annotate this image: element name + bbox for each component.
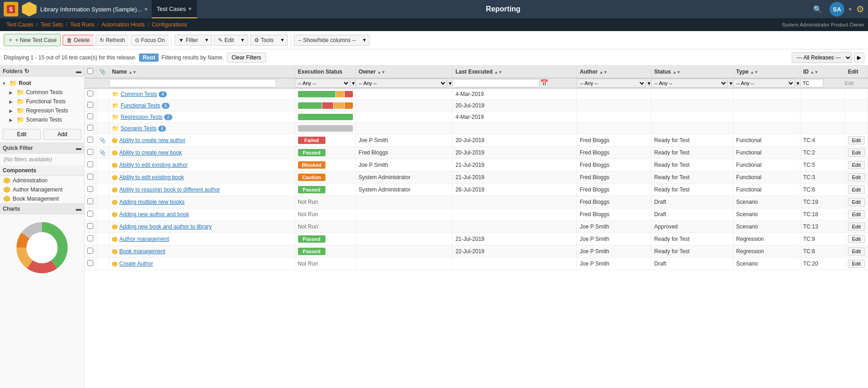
logo-square[interactable]: S (4, 2, 18, 16)
th-id[interactable]: ID ▲▼ (800, 66, 845, 78)
row-edit-button[interactable]: Edit (848, 161, 865, 169)
test-name-link[interactable]: Ability to edit existing book (119, 174, 184, 181)
focus-button[interactable]: ⊙ Focus On (131, 35, 169, 46)
id-filter-input[interactable] (800, 79, 823, 87)
filter-dropdown-button[interactable]: ▼ (202, 35, 212, 46)
row-checkbox[interactable] (87, 211, 93, 217)
subnav-automationhosts[interactable]: Automation Hosts (99, 21, 148, 28)
releases-dropdown[interactable]: --- All Releases --- (792, 52, 852, 63)
gear-icon[interactable]: ⚙ (856, 4, 864, 15)
row-edit-button[interactable]: Edit (848, 260, 865, 268)
row-checkbox[interactable] (87, 223, 93, 229)
folders-collapse-icon[interactable]: ▬ (76, 68, 81, 74)
logo-hex[interactable] (22, 2, 37, 16)
folder-functional-tests[interactable]: ▶ 📁 Functional Tests (0, 97, 84, 106)
tools-dropdown-button[interactable]: ▼ (277, 35, 288, 46)
folder-common-tests[interactable]: ▶ 📁 Common Tests (0, 88, 84, 97)
th-owner[interactable]: Owner ▲▼ (356, 66, 453, 78)
author-filter[interactable]: -- Any -- (577, 79, 646, 88)
row-checkbox[interactable] (87, 186, 93, 192)
component-book-management[interactable]: Book Management (0, 194, 84, 203)
app-title[interactable]: Library Information System (Sample)... ▼ (40, 6, 148, 13)
name-filter-input[interactable] (109, 79, 277, 87)
owner-filter[interactable]: -- Any -- (356, 79, 447, 88)
filter-button[interactable]: ▼ Filter (175, 35, 202, 46)
row-checkbox[interactable] (87, 248, 93, 254)
select-all-checkbox[interactable] (87, 68, 93, 74)
status-filter[interactable]: -- Any -- (651, 79, 728, 88)
test-name-link[interactable]: Adding multiple new books (119, 199, 185, 205)
folders-refresh-icon[interactable]: ↻ (24, 68, 29, 74)
test-name-link[interactable]: Ability to create new book (119, 149, 182, 156)
edit-dropdown-button[interactable]: ▼ (238, 35, 248, 46)
test-name-link[interactable]: Author management (119, 236, 169, 242)
row-checkbox[interactable] (87, 174, 93, 180)
edit-button[interactable]: ✎ Edit (214, 35, 238, 46)
calendar-icon[interactable]: 📅 (540, 79, 548, 87)
folder-scenario-tests[interactable]: ▶ 📁 Scenario Tests (0, 115, 84, 124)
refresh-button[interactable]: ↻ Refresh (96, 35, 129, 46)
row-edit-button[interactable]: Edit (848, 223, 865, 231)
row-checkbox[interactable] (87, 235, 93, 241)
folder-edit-button[interactable]: Edit (3, 129, 41, 140)
row-edit-button[interactable]: Edit (848, 198, 865, 206)
row-edit-button[interactable]: Edit (848, 247, 865, 255)
exec-status-filter[interactable]: -- Any -- (295, 79, 350, 88)
component-administration[interactable]: Administration (0, 176, 84, 185)
test-name-link[interactable]: Ability to reassign book to different au… (119, 186, 220, 193)
folder-regression-tests[interactable]: ▶ 📁 Regression Tests (0, 106, 84, 115)
type-filter[interactable]: -- Any -- (733, 79, 795, 88)
nav-tab-testcases[interactable]: Test Cases ▼ (152, 0, 197, 18)
columns-button[interactable]: -- Show/hide columns -- (294, 35, 360, 46)
folder-name-link[interactable]: Common Tests (121, 91, 157, 97)
test-name-link[interactable]: Ability to edit existing author (119, 162, 187, 168)
th-status[interactable]: Status ▲▼ (651, 66, 733, 78)
th-name[interactable]: Name ▲▼ (109, 66, 295, 78)
th-last-executed[interactable]: Last Executed ▲▼ (453, 66, 577, 78)
avatar[interactable]: SA (830, 2, 844, 16)
delete-button[interactable]: 🗑 Delete (63, 35, 94, 46)
folder-name-link[interactable]: Functional Tests (121, 102, 160, 109)
quick-filter-collapse-icon[interactable]: ▬ (76, 145, 81, 151)
subnav-testsets[interactable]: Test Sets (38, 21, 66, 28)
folder-root[interactable]: ▼ 📁 Root (0, 79, 84, 88)
test-name-link[interactable]: Book management (119, 248, 165, 255)
row-checkbox[interactable] (87, 260, 93, 266)
date-filter-input[interactable] (453, 79, 539, 87)
clear-filters-button[interactable]: Clear Filters (227, 53, 266, 63)
test-name-link[interactable]: Create Author (119, 260, 153, 267)
subnav-testruns[interactable]: Test Runs (67, 21, 97, 28)
tools-button[interactable]: ⚙ Tools (250, 35, 277, 46)
row-edit-button[interactable]: Edit (848, 173, 865, 181)
th-type[interactable]: Type ▲▼ (733, 66, 800, 78)
test-name-link[interactable]: Ability to create new author (119, 137, 186, 144)
charts-collapse-icon[interactable]: ▬ (76, 206, 81, 212)
row-checkbox[interactable] (87, 198, 93, 204)
component-author-management[interactable]: Author Management (0, 185, 84, 194)
search-icon[interactable]: 🔍 (809, 5, 826, 14)
folder-add-button[interactable]: Add (43, 129, 81, 140)
row-checkbox[interactable] (87, 149, 93, 155)
test-name-link[interactable]: Adding new author and book (119, 211, 189, 218)
row-checkbox[interactable] (87, 161, 93, 167)
columns-dropdown-button[interactable]: ▼ (359, 35, 370, 46)
row-edit-button[interactable]: Edit (848, 136, 865, 144)
subnav-testcases[interactable]: Test Cases (4, 21, 36, 28)
row-checkbox[interactable] (87, 137, 93, 143)
exec-status-badge: Passed (298, 149, 325, 156)
row-checkbox[interactable] (87, 125, 93, 131)
test-name-link[interactable]: Adding new book and author to library (119, 223, 212, 230)
row-edit-button[interactable]: Edit (848, 210, 865, 218)
row-edit-button[interactable]: Edit (848, 235, 865, 243)
row-edit-button[interactable]: Edit (848, 186, 865, 194)
releases-next-button[interactable]: ▶ (854, 53, 864, 63)
folder-name-link[interactable]: Regression Tests (121, 114, 163, 120)
row-checkbox[interactable] (87, 90, 93, 96)
row-checkbox[interactable] (87, 102, 93, 108)
subnav-configurations[interactable]: Configurations (149, 21, 190, 28)
new-test-case-button[interactable]: ＋ + New Test Case (4, 34, 61, 46)
folder-name-link[interactable]: Scenario Tests (121, 125, 157, 132)
row-checkbox[interactable] (87, 113, 93, 119)
th-author[interactable]: Author ▲▼ (577, 66, 651, 78)
row-edit-button[interactable]: Edit (848, 149, 865, 157)
